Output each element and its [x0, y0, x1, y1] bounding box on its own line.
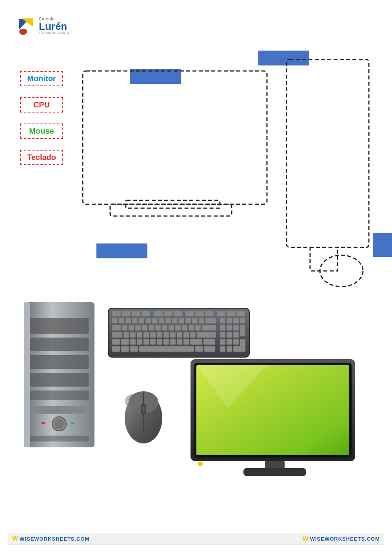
svg-rect-93	[130, 339, 136, 345]
svg-rect-11	[30, 338, 89, 351]
svg-rect-81	[157, 332, 162, 338]
svg-rect-10	[30, 318, 89, 334]
svg-rect-45	[159, 318, 164, 323]
svg-rect-51	[199, 318, 204, 323]
svg-rect-70	[202, 325, 216, 331]
svg-rect-32	[185, 311, 194, 316]
svg-rect-68	[189, 325, 194, 331]
footer-right-text: WISEWORKSHEETS.COM	[310, 536, 380, 542]
label-mouse[interactable]: Mouse	[20, 124, 63, 139]
cpu-tower-illustration	[20, 298, 98, 451]
svg-rect-85	[183, 332, 189, 338]
svg-rect-19	[42, 422, 45, 424]
svg-rect-60	[135, 325, 141, 331]
worksheet-page: Colegio Lurén FUTURO BRILLANTE Monitor C…	[8, 8, 384, 545]
svg-rect-113	[204, 346, 215, 352]
svg-rect-31	[174, 311, 182, 316]
svg-rect-6	[287, 59, 369, 247]
svg-rect-14	[30, 391, 89, 400]
svg-rect-94	[137, 339, 142, 345]
svg-point-127	[198, 461, 203, 466]
svg-rect-37	[236, 311, 245, 316]
svg-rect-89	[227, 332, 232, 338]
svg-rect-29	[154, 311, 163, 316]
svg-rect-30	[164, 311, 172, 316]
svg-rect-100	[177, 339, 182, 345]
svg-rect-97	[157, 339, 162, 345]
svg-rect-88	[220, 332, 225, 338]
svg-rect-49	[185, 318, 191, 323]
svg-point-18	[54, 419, 64, 429]
svg-rect-112	[195, 346, 203, 352]
svg-rect-25	[112, 311, 121, 316]
svg-rect-20	[71, 422, 74, 424]
logo-text: Colegio Lurén FUTURO BRILLANTE	[39, 17, 69, 34]
svg-rect-62	[149, 325, 154, 331]
label-teclado[interactable]: Teclado	[20, 150, 63, 165]
svg-rect-43	[145, 318, 151, 323]
svg-rect-82	[163, 332, 169, 338]
keyboard-illustration	[106, 302, 251, 361]
svg-rect-22	[24, 302, 30, 447]
logo-subtitle: FUTURO BRILLANTE	[39, 31, 69, 34]
footer-left-text: WISEWORKSHEETS.COM	[20, 536, 89, 542]
svg-rect-33	[195, 311, 204, 316]
svg-rect-5	[110, 204, 232, 216]
svg-rect-96	[150, 339, 156, 345]
svg-rect-69	[195, 325, 201, 331]
mouse-illustration	[118, 385, 169, 447]
svg-rect-12	[30, 355, 89, 369]
svg-rect-55	[233, 318, 239, 323]
svg-rect-77	[130, 332, 136, 338]
svg-rect-105	[227, 339, 232, 345]
svg-rect-35	[217, 311, 225, 316]
svg-rect-87	[197, 332, 216, 338]
svg-rect-26	[122, 311, 131, 316]
svg-rect-109	[121, 346, 129, 352]
svg-rect-66	[175, 325, 181, 331]
svg-rect-102	[190, 339, 202, 345]
svg-rect-75	[112, 332, 122, 338]
footer-w-icon-left: W	[12, 535, 18, 542]
svg-rect-90	[233, 332, 239, 338]
footer-left: W WISEWORKSHEETS.COM	[12, 535, 89, 542]
svg-rect-44	[152, 318, 158, 323]
logo-area: Colegio Lurén FUTURO BRILLANTE	[16, 15, 69, 36]
monitor-illustration	[189, 357, 361, 483]
svg-rect-92	[121, 339, 129, 345]
svg-rect-13	[30, 373, 89, 387]
svg-rect-28	[142, 311, 150, 316]
svg-rect-76	[123, 332, 129, 338]
svg-rect-58	[122, 325, 127, 331]
svg-rect-65	[169, 325, 174, 331]
logo-luren: Lurén	[39, 21, 69, 31]
svg-rect-103	[203, 339, 215, 345]
svg-rect-83	[170, 332, 176, 338]
svg-rect-73	[233, 325, 239, 331]
labels-area: Monitor CPU Mouse Teclado	[20, 71, 63, 165]
dashed-outlines-svg	[79, 59, 377, 291]
svg-rect-59	[129, 325, 134, 331]
svg-rect-46	[165, 318, 171, 323]
svg-rect-95	[143, 339, 149, 345]
footer-w-icon-right: W	[303, 535, 309, 542]
svg-rect-67	[182, 325, 187, 331]
svg-rect-110	[130, 346, 138, 352]
svg-rect-101	[183, 339, 189, 345]
svg-rect-84	[177, 332, 182, 338]
label-monitor[interactable]: Monitor	[20, 71, 63, 86]
svg-rect-71	[220, 325, 225, 331]
svg-rect-38	[112, 318, 118, 323]
svg-rect-114	[220, 346, 225, 352]
svg-rect-47	[172, 318, 178, 323]
svg-rect-104	[220, 339, 225, 345]
svg-rect-53	[220, 318, 225, 323]
svg-rect-91	[112, 339, 120, 345]
svg-rect-98	[163, 339, 169, 345]
label-cpu[interactable]: CPU	[20, 97, 63, 113]
svg-rect-21	[30, 436, 89, 441]
svg-rect-63	[155, 325, 161, 331]
svg-rect-72	[227, 325, 232, 331]
svg-rect-128	[265, 461, 285, 469]
svg-rect-36	[227, 311, 235, 316]
